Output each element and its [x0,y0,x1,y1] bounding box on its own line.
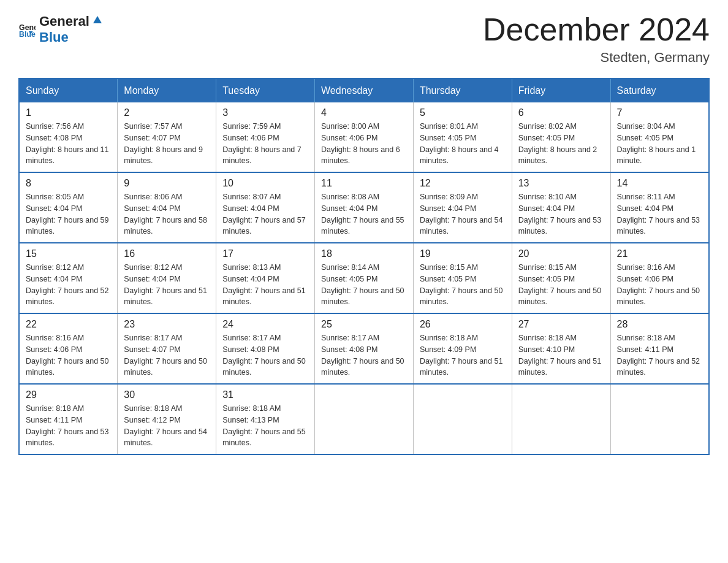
day-number: 13 [518,178,604,189]
calendar-week-row: 22 Sunrise: 8:16 AM Sunset: 4:06 PM Dayl… [19,313,709,384]
day-number: 16 [124,248,210,259]
day-number: 26 [420,319,506,330]
table-row: 14 Sunrise: 8:11 AM Sunset: 4:04 PM Dayl… [610,172,709,243]
day-info: Sunrise: 8:12 AM Sunset: 4:04 PM Dayligh… [124,262,210,308]
table-row: 17 Sunrise: 8:13 AM Sunset: 4:04 PM Dayl… [216,243,315,313]
header-wednesday: Wednesday [315,79,414,102]
table-row: 13 Sunrise: 8:10 AM Sunset: 4:04 PM Dayl… [512,172,610,243]
table-row: 1 Sunrise: 7:56 AM Sunset: 4:08 PM Dayli… [19,102,118,172]
logo-blue-text: Blue [39,29,69,45]
day-info: Sunrise: 8:10 AM Sunset: 4:04 PM Dayligh… [518,191,604,237]
day-info: Sunrise: 7:57 AM Sunset: 4:07 PM Dayligh… [124,121,210,167]
header-tuesday: Tuesday [216,79,315,102]
day-number: 31 [222,389,308,400]
table-row: 6 Sunrise: 8:02 AM Sunset: 4:05 PM Dayli… [512,102,610,172]
day-number: 6 [518,107,604,118]
table-row: 15 Sunrise: 8:12 AM Sunset: 4:04 PM Dayl… [19,243,118,313]
day-info: Sunrise: 7:59 AM Sunset: 4:06 PM Dayligh… [222,121,308,167]
svg-text:Blue: Blue [19,30,36,37]
table-row: 18 Sunrise: 8:14 AM Sunset: 4:05 PM Dayl… [315,243,414,313]
calendar-week-row: 29 Sunrise: 8:18 AM Sunset: 4:11 PM Dayl… [19,384,709,454]
day-info: Sunrise: 8:06 AM Sunset: 4:04 PM Dayligh… [124,191,210,237]
day-number: 21 [617,248,702,259]
day-number: 28 [617,319,702,330]
day-info: Sunrise: 8:17 AM Sunset: 4:07 PM Dayligh… [124,332,210,378]
table-row: 27 Sunrise: 8:18 AM Sunset: 4:10 PM Dayl… [512,313,610,384]
calendar-week-row: 15 Sunrise: 8:12 AM Sunset: 4:04 PM Dayl… [19,243,709,313]
logo-triangle-icon [91,12,104,26]
day-number: 5 [420,107,506,118]
table-row: 3 Sunrise: 7:59 AM Sunset: 4:06 PM Dayli… [216,102,315,172]
header-thursday: Thursday [413,79,512,102]
day-number: 15 [26,248,111,259]
title-area: December 2024 Stedten, Germany [483,12,710,66]
header: General Blue General Blue December 2024 … [18,12,710,66]
day-info: Sunrise: 8:18 AM Sunset: 4:11 PM Dayligh… [26,403,111,449]
day-info: Sunrise: 8:12 AM Sunset: 4:04 PM Dayligh… [26,262,111,308]
day-info: Sunrise: 8:11 AM Sunset: 4:04 PM Dayligh… [617,191,702,237]
day-info: Sunrise: 8:07 AM Sunset: 4:04 PM Dayligh… [222,191,308,237]
calendar-table: Sunday Monday Tuesday Wednesday Thursday… [18,78,710,455]
header-sunday: Sunday [19,79,118,102]
header-monday: Monday [118,79,216,102]
calendar-week-row: 8 Sunrise: 8:05 AM Sunset: 4:04 PM Dayli… [19,172,709,243]
day-number: 25 [321,319,407,330]
day-number: 24 [222,319,308,330]
table-row: 30 Sunrise: 8:18 AM Sunset: 4:12 PM Dayl… [118,384,216,454]
table-row: 8 Sunrise: 8:05 AM Sunset: 4:04 PM Dayli… [19,172,118,243]
header-friday: Friday [512,79,610,102]
day-number: 19 [420,248,506,259]
table-row: 5 Sunrise: 8:01 AM Sunset: 4:05 PM Dayli… [413,102,512,172]
svg-marker-3 [93,16,102,23]
day-number: 10 [222,178,308,189]
table-row: 12 Sunrise: 8:09 AM Sunset: 4:04 PM Dayl… [413,172,512,243]
day-info: Sunrise: 8:14 AM Sunset: 4:05 PM Dayligh… [321,262,407,308]
logo-icon: General Blue [18,20,36,37]
day-info: Sunrise: 8:09 AM Sunset: 4:04 PM Dayligh… [420,191,506,237]
table-row: 16 Sunrise: 8:12 AM Sunset: 4:04 PM Dayl… [118,243,216,313]
day-number: 9 [124,178,210,189]
table-row: 25 Sunrise: 8:17 AM Sunset: 4:08 PM Dayl… [315,313,414,384]
day-number: 3 [222,107,308,118]
day-info: Sunrise: 7:56 AM Sunset: 4:08 PM Dayligh… [26,121,111,167]
day-info: Sunrise: 8:15 AM Sunset: 4:05 PM Dayligh… [420,262,506,308]
day-info: Sunrise: 8:00 AM Sunset: 4:06 PM Dayligh… [321,121,407,167]
weekday-header-row: Sunday Monday Tuesday Wednesday Thursday… [19,79,709,102]
day-number: 29 [26,389,111,400]
day-number: 23 [124,319,210,330]
table-row: 11 Sunrise: 8:08 AM Sunset: 4:04 PM Dayl… [315,172,414,243]
table-row: 26 Sunrise: 8:18 AM Sunset: 4:09 PM Dayl… [413,313,512,384]
day-info: Sunrise: 8:17 AM Sunset: 4:08 PM Dayligh… [222,332,308,378]
day-number: 2 [124,107,210,118]
table-row: 31 Sunrise: 8:18 AM Sunset: 4:13 PM Dayl… [216,384,315,454]
logo-general-text: General [39,13,89,29]
day-info: Sunrise: 8:18 AM Sunset: 4:12 PM Dayligh… [124,403,210,449]
day-number: 11 [321,178,407,189]
logo: General Blue General Blue [18,12,105,45]
table-row: 23 Sunrise: 8:17 AM Sunset: 4:07 PM Dayl… [118,313,216,384]
location-subtitle: Stedten, Germany [483,50,710,66]
table-row [413,384,512,454]
table-row: 21 Sunrise: 8:16 AM Sunset: 4:06 PM Dayl… [610,243,709,313]
day-number: 17 [222,248,308,259]
day-number: 4 [321,107,407,118]
day-info: Sunrise: 8:08 AM Sunset: 4:04 PM Dayligh… [321,191,407,237]
day-number: 1 [26,107,111,118]
day-info: Sunrise: 8:05 AM Sunset: 4:04 PM Dayligh… [26,191,111,237]
day-info: Sunrise: 8:04 AM Sunset: 4:05 PM Dayligh… [617,121,702,167]
day-number: 20 [518,248,604,259]
table-row [512,384,610,454]
day-number: 18 [321,248,407,259]
table-row: 4 Sunrise: 8:00 AM Sunset: 4:06 PM Dayli… [315,102,414,172]
day-info: Sunrise: 8:02 AM Sunset: 4:05 PM Dayligh… [518,121,604,167]
table-row: 28 Sunrise: 8:18 AM Sunset: 4:11 PM Dayl… [610,313,709,384]
day-info: Sunrise: 8:15 AM Sunset: 4:05 PM Dayligh… [518,262,604,308]
day-number: 27 [518,319,604,330]
day-number: 12 [420,178,506,189]
table-row: 29 Sunrise: 8:18 AM Sunset: 4:11 PM Dayl… [19,384,118,454]
table-row: 24 Sunrise: 8:17 AM Sunset: 4:08 PM Dayl… [216,313,315,384]
page-title: December 2024 [483,12,710,47]
day-number: 30 [124,389,210,400]
day-info: Sunrise: 8:13 AM Sunset: 4:04 PM Dayligh… [222,262,308,308]
day-number: 8 [26,178,111,189]
